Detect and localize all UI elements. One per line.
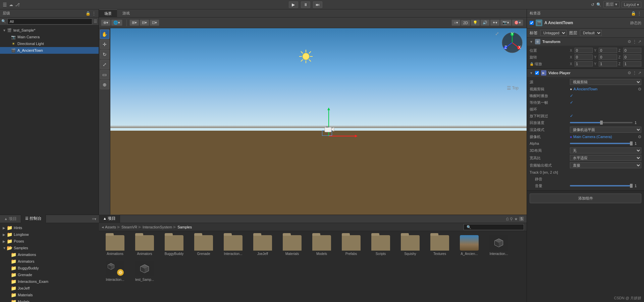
folder-animators[interactable]: Animators [131, 234, 158, 257]
alpha-thumb[interactable] [630, 141, 633, 145]
transform-extra-icon[interactable]: ↗ [638, 39, 641, 44]
render-mode-select[interactable]: 摄像机远平面 [570, 127, 641, 133]
scale-y-input[interactable] [599, 61, 617, 67]
tree-item-materials[interactable]: 📁 Materials [0, 292, 99, 298]
tree-item-poses[interactable]: ▶ 📁 Poses [0, 238, 99, 245]
breadcrumb-assets[interactable]: Assets [105, 225, 116, 229]
project-tab[interactable]: ▲ 项目 [99, 214, 120, 223]
toolbar-fx-btn[interactable]: ✦▾ [490, 19, 500, 26]
menu-icon[interactable]: ☰ [3, 2, 7, 7]
transform-more-icon[interactable]: ⋮ [633, 39, 637, 44]
volume-slider[interactable] [570, 185, 633, 186]
volume-thumb[interactable] [630, 184, 633, 188]
tree-item-longbow[interactable]: ▶ 📁 Longbow [0, 231, 99, 238]
rect-tool[interactable]: ▭ [100, 70, 109, 79]
history-icon[interactable]: ↺ [591, 2, 594, 7]
file-interaction-1[interactable]: Interaction... [485, 234, 512, 257]
video-player-enabled-checkbox[interactable] [535, 71, 539, 75]
folder-squishy[interactable]: Squishy [397, 234, 424, 257]
rot-z-input[interactable] [623, 54, 641, 60]
tree-item-animations[interactable]: 📁 Animations [0, 251, 99, 258]
layout-label[interactable]: Layout ▾ [622, 2, 641, 8]
scale-x-input[interactable] [575, 61, 593, 67]
toolbar-camera-btn[interactable]: 📷▾ [500, 19, 512, 26]
audio-output-select[interactable]: 直接 [570, 162, 641, 168]
tree-item-joejeff[interactable]: 📁 JoeJeff [0, 285, 99, 292]
source-select[interactable]: 视频剪辑 [570, 79, 641, 85]
project-icon-2[interactable]: ⚲ [510, 217, 513, 221]
tree-item-models[interactable]: 📁 Models [0, 298, 99, 302]
folder-joejeff[interactable]: JoeJeff [249, 234, 276, 257]
file-a-ancienttown[interactable]: A_Ancien... [456, 234, 483, 257]
file-test-sample[interactable]: test_Samp... [131, 260, 158, 283]
branch-icon[interactable]: ⎇ [15, 2, 20, 7]
inspector-object-name[interactable] [544, 20, 628, 25]
play-button[interactable]: ▶ [289, 1, 298, 8]
step-button[interactable]: ⏭ [313, 1, 322, 8]
breadcrumb-steamvr[interactable]: SteamVR [121, 225, 137, 229]
project-icon-1[interactable]: ⎙ [506, 217, 508, 221]
tab-console[interactable]: ☰ 控制台 [21, 214, 46, 223]
tree-item-samples[interactable]: ▼ 📂 Samples [0, 245, 99, 251]
wait-first-frame-check[interactable]: ✓ [570, 100, 573, 105]
transform-tool[interactable]: ⊕ [100, 80, 109, 89]
3d-layout-select[interactable]: 无 [570, 147, 641, 154]
folder-models[interactable]: Models [308, 234, 335, 257]
tag-select[interactable]: Untagged [540, 30, 567, 36]
search-icon[interactable]: 🔍 [596, 2, 601, 7]
alpha-slider[interactable] [570, 143, 633, 144]
hierarchy-item-directional-light[interactable]: ☀ Directional Light [0, 40, 99, 47]
scale-z-input[interactable] [623, 61, 641, 67]
component-video-player-header[interactable]: ▼ ▶ Video Player ⚙ ⋮ ↗ [527, 69, 644, 77]
hierarchy-item-test-sample[interactable]: ▼ 🎬 test_Sample* [0, 27, 99, 34]
folder-grenade[interactable]: Grenade [190, 234, 217, 257]
layers-label[interactable]: 图层 ▾ [603, 1, 619, 8]
tab-project[interactable]: ▲ 项目 [0, 215, 21, 223]
toolbar-persp-btn[interactable]: ○▾ [451, 19, 461, 26]
rotate-tool[interactable]: ↻ [100, 50, 109, 59]
scene-tab[interactable]: 场景 [99, 9, 117, 17]
video-player-more-icon[interactable]: ⋮ [633, 71, 637, 75]
hierarchy-lock-icon[interactable]: 🔒 [86, 11, 91, 16]
layer-select[interactable]: Default [580, 30, 602, 36]
toolbar-gizmos-btn[interactable]: 🎯▾ [512, 19, 523, 26]
folder-buggybuddy[interactable]: BuggyBuddy [161, 234, 187, 257]
toolbar-2d-btn[interactable]: 2D [461, 20, 470, 26]
rot-x-input[interactable] [575, 54, 593, 60]
folder-interaction[interactable]: Interaction... [220, 234, 247, 257]
add-component-button[interactable]: 添加组件 [530, 193, 641, 203]
folder-prefabs[interactable]: Prefabs [338, 234, 365, 257]
transform-settings-icon[interactable]: ⚙ [628, 39, 631, 44]
toolbar-snap-btn[interactable]: ⊞▾ [129, 19, 139, 26]
toolbar-lighting-btn[interactable]: 💡 [471, 19, 480, 26]
inspector-menu-icon[interactable]: ⋮ [637, 11, 641, 16]
rot-y-input[interactable] [599, 54, 617, 60]
hierarchy-item-main-camera[interactable]: 📷 Main Camera [0, 34, 99, 40]
bottom-left-add-icon[interactable]: +▾ [89, 217, 99, 221]
scale-tool[interactable]: ⤢ [100, 60, 109, 69]
component-transform-header[interactable]: ▼ ⊕ Transform ⚙ ⋮ ↗ [527, 38, 644, 46]
hand-tool[interactable]: ✋ [100, 30, 109, 39]
camera-link-icon[interactable]: ⊙ [638, 134, 641, 139]
toolbar-align-btn[interactable]: ⊟▾ [140, 19, 149, 26]
pos-x-input[interactable] [575, 48, 593, 53]
inspector-active-checkbox[interactable] [530, 21, 534, 25]
move-tool[interactable]: ✛ [100, 40, 109, 49]
playback-speed-thumb[interactable] [600, 121, 603, 125]
tree-item-interactions-exam[interactable]: 📁 Interactions_Exam [0, 278, 99, 285]
pos-z-input[interactable] [623, 48, 641, 53]
play-on-awake-check[interactable]: ✓ [570, 93, 573, 98]
pos-y-input[interactable] [599, 48, 617, 53]
video-player-extra-icon[interactable]: ↗ [638, 71, 641, 75]
aspect-ratio-select[interactable]: 水平适应 [570, 155, 641, 161]
breadcrumb-samples[interactable]: Samples [177, 225, 192, 229]
pause-button[interactable]: ⏸ [301, 1, 310, 8]
maximize-icon[interactable]: ⤢ [495, 31, 499, 36]
folder-materials[interactable]: Materials [279, 234, 306, 257]
video-player-settings-icon[interactable]: ⚙ [628, 71, 631, 75]
playback-speed-slider[interactable] [570, 122, 633, 123]
project-search-input[interactable] [464, 224, 524, 230]
hierarchy-item-a-ancienttown[interactable]: 🎬 A_AncientTown [0, 47, 99, 54]
hierarchy-options-icon[interactable]: ☰ [94, 19, 97, 24]
tree-item-grenade[interactable]: 📁 Grenade [0, 271, 99, 278]
